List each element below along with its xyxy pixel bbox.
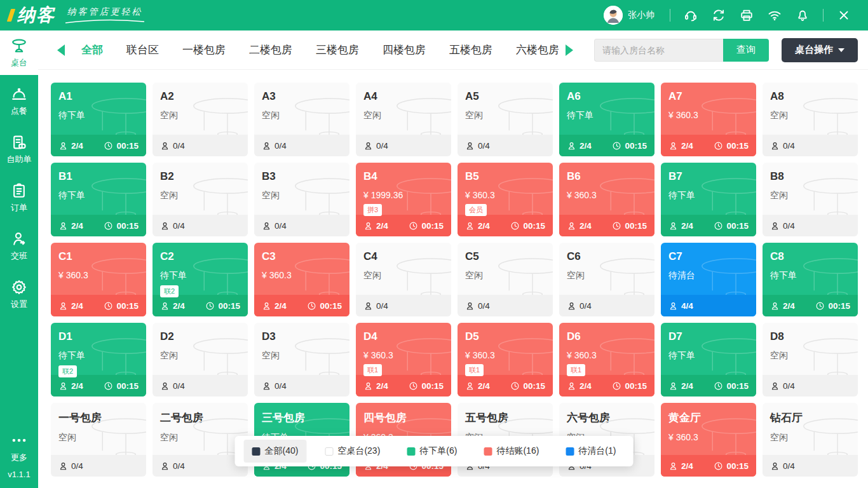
dine-time: 00:15 bbox=[714, 381, 749, 391]
table-card-A5[interactable]: A5空闲0/4 bbox=[458, 83, 553, 156]
sidebar-item-tables[interactable]: 桌台 bbox=[0, 30, 38, 75]
avatar[interactable] bbox=[604, 6, 623, 25]
sidebar-item-more[interactable]: 更多 bbox=[0, 429, 38, 466]
sidebar-item-dine-order[interactable]: 点餐 bbox=[0, 79, 38, 123]
table-watermark-icon bbox=[394, 98, 451, 137]
sidebar-item-self-order[interactable]: 自助单 bbox=[0, 127, 38, 172]
table-card-C1[interactable]: C1¥ 360.32/400:15 bbox=[51, 243, 146, 316]
table-card-A4[interactable]: A4空闲0/4 bbox=[356, 83, 451, 156]
tab-二楼包房[interactable]: 二楼包房 bbox=[249, 43, 292, 57]
clock-icon bbox=[205, 301, 215, 311]
table-card-D4[interactable]: D4¥ 360.3联12/400:15 bbox=[356, 323, 451, 396]
tab-三楼包房[interactable]: 三楼包房 bbox=[316, 43, 359, 57]
person-icon bbox=[567, 301, 576, 311]
sidebar-item-orders[interactable]: 订单 bbox=[0, 175, 38, 220]
table-card-C6[interactable]: C6空闲0/4 bbox=[559, 243, 654, 316]
table-card-D5[interactable]: D5¥ 360.3联12/400:15 bbox=[458, 323, 553, 396]
legend-label: 待清台(1) bbox=[578, 445, 616, 457]
bell-icon[interactable] bbox=[796, 8, 810, 22]
table-card-D7[interactable]: D7待下单2/400:15 bbox=[661, 323, 756, 396]
table-card-黄金厅[interactable]: 黄金厅¥ 360.32/400:15 bbox=[661, 403, 756, 477]
tab-一楼包房[interactable]: 一楼包房 bbox=[182, 43, 226, 57]
table-card-二号包房[interactable]: 二号包房空闲0/4 bbox=[153, 403, 248, 477]
table-card-footer: 2/400:15 bbox=[559, 135, 654, 156]
person-icon bbox=[770, 221, 780, 231]
table-card-A2[interactable]: A2空闲0/4 bbox=[153, 83, 248, 156]
sidebar-item-settings[interactable]: 设置 bbox=[0, 272, 38, 316]
tab-四楼包房[interactable]: 四楼包房 bbox=[383, 43, 426, 57]
table-card-A1[interactable]: A1待下单2/400:15 bbox=[51, 83, 146, 156]
table-card-D6[interactable]: D6¥ 360.3联12/400:15 bbox=[559, 323, 654, 396]
table-card-B7[interactable]: B7待下单2/400:15 bbox=[661, 163, 756, 236]
occupancy: 2/4 bbox=[58, 141, 83, 151]
sidebar-item-label: 订单 bbox=[11, 202, 27, 214]
legend-item-待结账(16)[interactable]: 待结账(16) bbox=[475, 440, 547, 463]
legend-item-待下单(6)[interactable]: 待下单(6) bbox=[398, 440, 465, 463]
table-watermark-icon bbox=[699, 98, 756, 137]
occupancy: 0/4 bbox=[770, 221, 795, 231]
sidebar-items: 桌台点餐自助单订单交班设置 bbox=[0, 30, 38, 320]
table-card-A8[interactable]: A8空闲0/4 bbox=[763, 83, 858, 156]
close-icon[interactable] bbox=[837, 8, 851, 22]
table-card-钻石厅[interactable]: 钻石厅空闲0/4 bbox=[763, 403, 858, 477]
tab-六楼包房[interactable]: 六楼包房 bbox=[516, 43, 559, 57]
table-card-D1[interactable]: D1待下单联22/400:15 bbox=[51, 323, 146, 396]
person-icon bbox=[262, 141, 271, 151]
table-card-A6[interactable]: A6待下单2/400:15 bbox=[559, 83, 654, 156]
table-card-B3[interactable]: B3空闲0/4 bbox=[254, 163, 349, 236]
table-card-B6[interactable]: B6¥ 360.32/400:15 bbox=[559, 163, 654, 236]
table-card-footer: 2/400:15 bbox=[356, 375, 451, 396]
table-watermark-icon bbox=[292, 338, 349, 377]
table-card-B5[interactable]: B5¥ 360.3会员2/400:15 bbox=[458, 163, 553, 236]
legend-label: 待下单(6) bbox=[419, 445, 457, 457]
table-card-footer: 0/4 bbox=[458, 135, 553, 156]
table-card-C5[interactable]: C5空闲0/4 bbox=[458, 243, 553, 316]
table-card-D8[interactable]: D8空闲0/4 bbox=[763, 323, 858, 396]
table-card-C2[interactable]: C2待下单联22/400:15 bbox=[153, 243, 248, 316]
cloche-icon bbox=[11, 86, 27, 102]
clock-icon bbox=[612, 381, 621, 391]
table-card-A3[interactable]: A3空闲0/4 bbox=[254, 83, 349, 156]
table-card-C4[interactable]: C4空闲0/4 bbox=[356, 243, 451, 316]
tabs-scroll-right-icon[interactable] bbox=[566, 44, 573, 56]
wifi-icon[interactable] bbox=[768, 8, 782, 22]
legend-swatch bbox=[252, 447, 261, 456]
table-card-B8[interactable]: B8空闲0/4 bbox=[763, 163, 858, 236]
table-card-C8[interactable]: C8待下单2/400:15 bbox=[763, 243, 858, 316]
legend-item-待清台(1)[interactable]: 待清台(1) bbox=[557, 440, 624, 463]
table-card-A7[interactable]: A7¥ 360.32/400:15 bbox=[661, 83, 756, 156]
tab-全部[interactable]: 全部 bbox=[81, 43, 103, 57]
printer-icon[interactable] bbox=[740, 8, 754, 22]
table-watermark-icon bbox=[191, 338, 248, 377]
table-card-C3[interactable]: C3¥ 360.32/400:15 bbox=[254, 243, 349, 316]
person-icon bbox=[58, 381, 68, 391]
search-button[interactable]: 查询 bbox=[723, 39, 769, 62]
tabs-scroll-left-icon[interactable] bbox=[57, 44, 65, 56]
table-actions-button[interactable]: 桌台操作 bbox=[782, 38, 858, 62]
self-order-icon bbox=[11, 134, 27, 151]
slogan-underline bbox=[64, 19, 146, 24]
table-badge: 联1 bbox=[363, 364, 382, 376]
table-watermark-icon bbox=[597, 258, 654, 297]
legend-item-全部(40)[interactable]: 全部(40) bbox=[244, 440, 307, 463]
customer-service-icon[interactable] bbox=[684, 8, 698, 22]
sidebar-item-shift[interactable]: 交班 bbox=[0, 224, 38, 268]
table-card-D2[interactable]: D2空闲0/4 bbox=[153, 323, 248, 396]
tab-联台区[interactable]: 联台区 bbox=[126, 43, 159, 57]
table-card-footer: 2/400:15 bbox=[559, 215, 654, 236]
search-input[interactable] bbox=[594, 39, 723, 62]
tab-五楼包房[interactable]: 五楼包房 bbox=[449, 43, 492, 57]
legend-item-空桌台(23)[interactable]: 空桌台(23) bbox=[316, 440, 388, 463]
table-card-B1[interactable]: B1待下单2/400:15 bbox=[51, 163, 146, 236]
table-card-一号包房[interactable]: 一号包房空闲0/4 bbox=[51, 403, 146, 477]
table-card-D3[interactable]: D3空闲0/4 bbox=[254, 323, 349, 396]
person-icon bbox=[58, 301, 68, 311]
table-card-B2[interactable]: B2空闲0/4 bbox=[153, 163, 248, 236]
table-card-footer: 0/4 bbox=[763, 135, 858, 156]
occupancy: 0/4 bbox=[465, 301, 490, 311]
table-card-B4[interactable]: B4¥ 1999.36拼32/400:15 bbox=[356, 163, 451, 236]
person-icon bbox=[363, 141, 373, 151]
table-card-C7[interactable]: C7待清台4/4 bbox=[661, 243, 756, 316]
table-badge: 联2 bbox=[160, 285, 179, 297]
sync-icon[interactable] bbox=[712, 8, 726, 22]
